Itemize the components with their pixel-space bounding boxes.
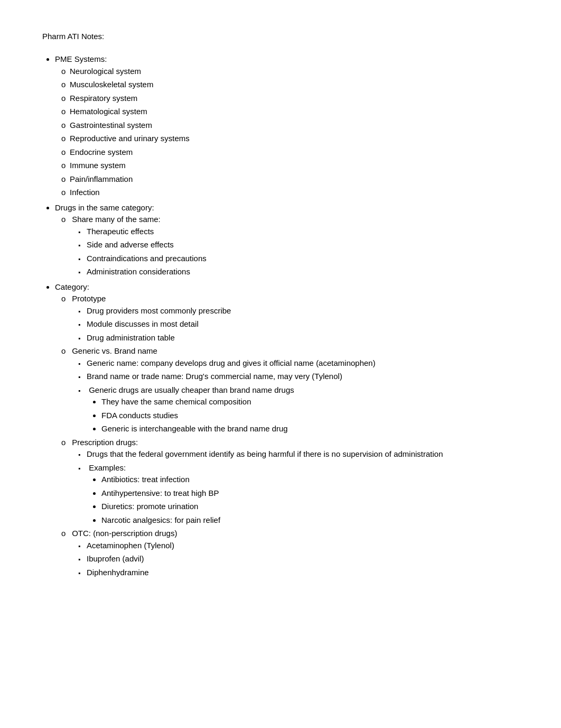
examples-subitems: Antibiotics: treat infection Antihyperte… bbox=[101, 474, 519, 526]
list-item: Administration considerations bbox=[87, 266, 519, 278]
list-item-prescription: Prescription drugs: Drugs that the feder… bbox=[70, 437, 519, 527]
list-item: Narcotic analgesics: for pain relief bbox=[101, 514, 519, 527]
list-item: Generic name: company develops drug and … bbox=[87, 357, 519, 370]
list-item: Module discusses in most detail bbox=[87, 318, 519, 330]
page-title: Pharm ATI Notes: bbox=[42, 32, 519, 41]
list-item-generic-cheaper: Generic drugs are usually cheaper than b… bbox=[87, 384, 519, 435]
list-item: Endocrine system bbox=[70, 146, 519, 159]
list-item: Respiratory system bbox=[70, 93, 519, 105]
otc-items: Acetaminophen (Tylenol) Ibuprofen (advil… bbox=[87, 540, 519, 579]
list-item: Contraindications and precautions bbox=[87, 253, 519, 265]
list-item-otc: OTC: (non-perscription drugs) Acetaminop… bbox=[70, 528, 519, 578]
drugs-subsections: Share many of the same: Therapeutic effe… bbox=[70, 214, 519, 278]
list-item: Musculoskeletal system bbox=[70, 79, 519, 91]
list-item-category: Category: Prototype Drug providers most … bbox=[55, 281, 519, 579]
page-container: Pharm ATI Notes: PME Systems: Neurologic… bbox=[42, 32, 519, 578]
list-item-examples: Examples: Antibiotics: treat infection A… bbox=[87, 462, 519, 527]
list-item: Drug administration table bbox=[87, 332, 519, 344]
list-item: Pain/inflammation bbox=[70, 173, 519, 186]
list-item: Hematological system bbox=[70, 106, 519, 118]
list-item: Diuretics: promote urination bbox=[101, 501, 519, 513]
list-item: Therapeutic effects bbox=[87, 226, 519, 238]
list-item: Immune system bbox=[70, 160, 519, 172]
list-item: Generic is interchangeable with the bran… bbox=[101, 423, 519, 435]
list-item: Drug providers most commonly prescribe bbox=[87, 305, 519, 317]
list-item: Antihypertensive: to treat high BP bbox=[101, 487, 519, 500]
list-item: Infection bbox=[70, 187, 519, 199]
pme-label: PME Systems: bbox=[55, 54, 107, 63]
category-label: Category: bbox=[55, 282, 89, 291]
list-item: Share many of the same: Therapeutic effe… bbox=[70, 214, 519, 278]
list-item: Acetaminophen (Tylenol) bbox=[87, 540, 519, 552]
list-item-drugs: Drugs in the same category: Share many o… bbox=[55, 202, 519, 278]
category-subsections: Prototype Drug providers most commonly p… bbox=[70, 293, 519, 578]
list-item: Diphenhydramine bbox=[87, 567, 519, 579]
main-list: PME Systems: Neurological system Musculo… bbox=[55, 53, 519, 578]
generic-subitems: They have the same chemical composition … bbox=[101, 396, 519, 435]
list-item-prototype: Prototype Drug providers most commonly p… bbox=[70, 293, 519, 344]
generic-items: Generic name: company develops drug and … bbox=[87, 357, 519, 435]
list-item: They have the same chemical composition bbox=[101, 396, 519, 408]
drugs-label: Drugs in the same category: bbox=[55, 203, 154, 212]
prototype-items: Drug providers most commonly prescribe M… bbox=[87, 305, 519, 344]
drugs-items: Therapeutic effects Side and adverse eff… bbox=[87, 226, 519, 278]
list-item: Reproductive and urinary systems bbox=[70, 133, 519, 145]
list-item-pme: PME Systems: Neurological system Musculo… bbox=[55, 53, 519, 199]
list-item-generic: Generic vs. Brand name Generic name: com… bbox=[70, 345, 519, 435]
prescription-items: Drugs that the federal government identi… bbox=[87, 448, 519, 526]
list-item: Side and adverse effects bbox=[87, 239, 519, 251]
pme-subsections: Neurological system Musculoskeletal syst… bbox=[70, 66, 519, 199]
list-item: FDA conducts studies bbox=[101, 410, 519, 422]
list-item: Gastrointestinal system bbox=[70, 119, 519, 132]
list-item: Brand name or trade name: Drug's commerc… bbox=[87, 371, 519, 383]
list-item: Antibiotics: treat infection bbox=[101, 474, 519, 486]
list-item: Neurological system bbox=[70, 66, 519, 78]
list-item: Ibuprofen (advil) bbox=[87, 553, 519, 565]
list-item: Drugs that the federal government identi… bbox=[87, 448, 519, 460]
